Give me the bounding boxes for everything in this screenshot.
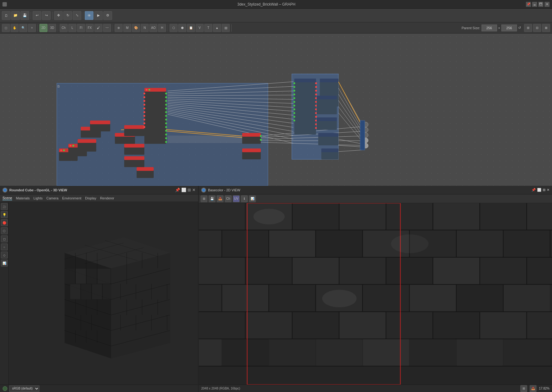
node-view-3d-button[interactable]: 3D	[48, 24, 56, 32]
node-height-button[interactable]: H	[158, 24, 166, 32]
window-controls[interactable]: 📌 🗕 🗖 ✕	[526, 2, 550, 7]
stats-tool-btn[interactable]: 📊	[1, 260, 8, 267]
redo-button[interactable]: ↪	[42, 11, 51, 20]
node-warp-button[interactable]: 〰	[103, 24, 111, 32]
expand-2d-icon[interactable]: ⬜	[537, 188, 541, 192]
undo-button[interactable]: ↩	[33, 11, 41, 20]
nav-display[interactable]: Display	[85, 196, 96, 200]
svg-rect-69	[144, 88, 166, 92]
node-zoom-button[interactable]: 🔍	[19, 24, 27, 32]
node-filter-button[interactable]: Fl	[77, 24, 85, 32]
save-button[interactable]: 💾	[20, 11, 29, 20]
node-paint-button[interactable]: 🖌	[94, 24, 102, 32]
node-input-button[interactable]: ⬢	[178, 24, 186, 32]
node-view-2d-button[interactable]: 2D	[39, 24, 48, 32]
uv-view-btn[interactable]: UV	[233, 195, 240, 202]
fullscreen-panel-icon[interactable]: ⊞	[188, 188, 191, 192]
node-channels-button[interactable]: Ch	[60, 24, 68, 32]
svg-rect-53	[78, 139, 96, 143]
arrow-tool-btn[interactable]: ◇	[1, 252, 8, 258]
view-2d-controls[interactable]: 📌 ⬜ ⊞ ✕	[532, 188, 550, 192]
node-toolbar-sep-5	[231, 24, 232, 32]
svg-point-90	[143, 107, 145, 109]
refresh-icon[interactable]: ↺	[518, 26, 521, 30]
view-3d-viewport[interactable]	[9, 202, 198, 385]
maximize-button[interactable]: 🗖	[538, 2, 543, 7]
parent-size-width-input[interactable]	[482, 25, 497, 31]
minimize-button[interactable]: 🗕	[532, 2, 537, 7]
node-text-button[interactable]: T	[204, 24, 212, 32]
view-3d-sidebar: 🎥 💡 🔴 ⬡ ◻ ○ ◇ 📊	[0, 202, 9, 385]
export-view-btn[interactable]: 📤	[217, 195, 224, 202]
svg-rect-248	[410, 339, 456, 366]
scale-button[interactable]: ⤡	[73, 11, 81, 20]
right-toolbar-group: ⊞ ⊟ ⊠	[524, 24, 550, 32]
nav-renderer[interactable]: Renderer	[100, 196, 114, 200]
info-view-btn[interactable]: ℹ	[241, 195, 248, 202]
light-tool-btn[interactable]: 💡	[1, 211, 8, 218]
new-button[interactable]: 🗋	[2, 11, 11, 20]
svg-point-140	[260, 135, 262, 137]
close-2d-icon[interactable]: ✕	[547, 188, 550, 192]
save-view-btn[interactable]: 💾	[209, 195, 215, 202]
pin-panel-icon[interactable]: 📌	[175, 188, 180, 192]
svg-point-79	[165, 119, 167, 121]
colorspace-select[interactable]: sRGB (default) Linear ACEScg	[9, 385, 39, 392]
node-fx-button[interactable]: FX	[86, 24, 94, 32]
settings-button[interactable]: ⚙	[103, 11, 112, 20]
fullscreen-button[interactable]: ⊠	[542, 24, 550, 32]
close-panel-icon[interactable]: ✕	[192, 188, 196, 192]
expand-panel-icon[interactable]: ⬜	[181, 188, 186, 192]
node-select-button[interactable]: ◻	[2, 24, 10, 32]
open-button[interactable]: 📁	[11, 11, 20, 20]
parent-size-height-input[interactable]	[501, 25, 517, 31]
node-vector-button[interactable]: V	[196, 24, 204, 32]
node-mask-button[interactable]: M	[123, 24, 131, 32]
cube-tool-btn[interactable]: ◻	[1, 235, 8, 242]
svg-point-92	[143, 115, 145, 117]
2d-export-btn[interactable]: 📤	[530, 385, 536, 392]
nav-lights[interactable]: Lights	[34, 196, 43, 200]
node-blend-button[interactable]: ⊕	[115, 24, 123, 32]
nav-scene[interactable]: Scene	[2, 196, 12, 200]
nav-environment[interactable]: Environment	[62, 196, 81, 200]
fit-button[interactable]: ⊞	[524, 24, 532, 32]
svg-rect-243	[199, 339, 222, 366]
view-3d-controls[interactable]: 📌 ⬜ ⊞ ✕	[175, 188, 196, 192]
render-button[interactable]: ▶	[94, 11, 103, 20]
svg-point-99	[315, 86, 317, 88]
split-button[interactable]: ⊟	[533, 24, 541, 32]
node-pan-button[interactable]: ✋	[11, 24, 19, 32]
nav-materials[interactable]: Materials	[16, 196, 30, 200]
node-instance-button[interactable]: 📋	[187, 24, 195, 32]
2d-grid-btn[interactable]: ⊞	[520, 385, 527, 392]
node-layers-button[interactable]: L	[68, 24, 76, 32]
fit-view-btn[interactable]: ⊞	[201, 195, 207, 202]
move-button[interactable]: ✥	[54, 11, 63, 20]
view-2d-viewport[interactable]	[199, 203, 552, 385]
node-normal-button[interactable]: N	[141, 24, 149, 32]
node-gradient-button[interactable]: ▤	[222, 24, 230, 32]
camera-tool-btn[interactable]: 🎥	[1, 203, 8, 210]
channels-view-btn[interactable]: Ch	[225, 195, 232, 202]
material-tool-btn[interactable]: 🔴	[1, 219, 8, 226]
rotate-button[interactable]: ↻	[63, 11, 72, 20]
svg-line-29	[338, 139, 362, 144]
pin-2d-icon[interactable]: 📌	[532, 188, 536, 192]
svg-rect-235	[199, 312, 245, 339]
pin-button[interactable]: 📌	[526, 2, 531, 7]
sphere-tool-btn[interactable]: ○	[1, 244, 8, 250]
close-button[interactable]: ✕	[545, 2, 550, 7]
view-button[interactable]: 👁	[85, 11, 93, 20]
node-ao-button[interactable]: AO	[149, 24, 157, 32]
node-color-button[interactable]: 🎨	[132, 24, 140, 32]
node-add-button[interactable]: +	[28, 24, 36, 32]
node-output-button[interactable]: ⬡	[170, 24, 178, 32]
fullscreen-2d-icon[interactable]: ⊞	[543, 188, 545, 192]
node-graph[interactable]: B	[0, 34, 552, 186]
nav-camera[interactable]: Camera	[46, 196, 58, 200]
svg-rect-218	[504, 230, 550, 257]
histogram-view-btn[interactable]: 📊	[249, 195, 256, 202]
node-shape-button[interactable]: ▲	[213, 24, 221, 32]
transform-tool-btn[interactable]: ⬡	[1, 227, 8, 234]
